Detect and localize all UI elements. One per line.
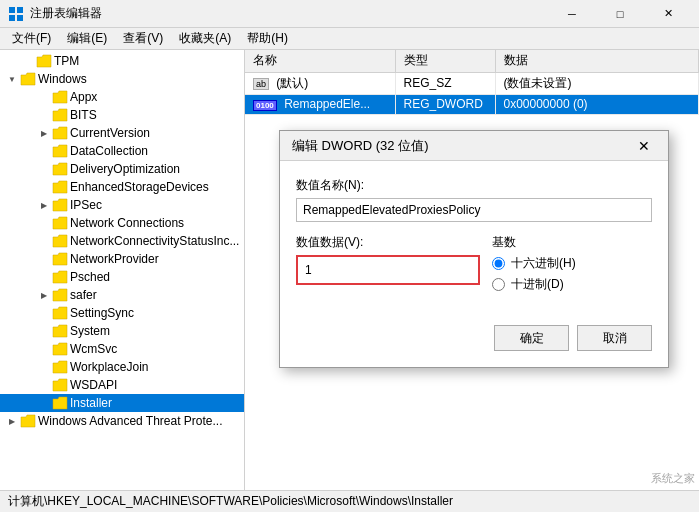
registry-cell-name-default: ab (默认)	[245, 72, 395, 94]
radio-dec[interactable]: 十进制(D)	[492, 276, 652, 293]
tree-toggle-installer	[36, 395, 52, 411]
tree-item-currentversion[interactable]: ▶ CurrentVersion	[0, 124, 244, 142]
folder-icon-ipsec	[52, 198, 68, 212]
tree-item-system[interactable]: System	[0, 322, 244, 340]
dialog-value-section: 数值数据(V):	[296, 234, 480, 285]
tree-item-bits[interactable]: BITS	[0, 106, 244, 124]
radio-dec-label: 十进制(D)	[511, 276, 564, 293]
main-content: TPM ▼ Windows Appx	[0, 50, 699, 490]
value-data-input[interactable]	[299, 258, 477, 282]
tree-item-datacollection[interactable]: DataCollection	[0, 142, 244, 160]
svg-rect-1	[17, 7, 23, 13]
folder-icon-networkconnections	[52, 216, 68, 230]
tree-toggle-enhancedstoragedevices	[36, 179, 52, 195]
tree-item-psched[interactable]: Psched	[0, 268, 244, 286]
tree-item-appx[interactable]: Appx	[0, 88, 244, 106]
tree-item-installer[interactable]: Installer	[0, 394, 244, 412]
tree-item-ipsec[interactable]: ▶ IPSec	[0, 196, 244, 214]
radio-hex-input[interactable]	[492, 257, 505, 270]
tree-item-watp[interactable]: ▶ Windows Advanced Threat Prote...	[0, 412, 244, 430]
maximize-button[interactable]: □	[597, 0, 643, 28]
folder-icon-psched	[52, 270, 68, 284]
tree-item-safer[interactable]: ▶ safer	[0, 286, 244, 304]
registry-cell-data-remapped: 0x00000000 (0)	[495, 94, 699, 114]
menu-help[interactable]: 帮助(H)	[239, 28, 296, 50]
registry-cell-name-remapped: 0100 RemappedEle...	[245, 94, 395, 114]
tree-label-tpm: TPM	[54, 54, 79, 68]
folder-icon-system	[52, 324, 68, 338]
radio-group-base: 十六进制(H) 十进制(D)	[492, 255, 652, 293]
tree-label-datacollection: DataCollection	[70, 144, 148, 158]
tree-item-deliveryoptimization[interactable]: DeliveryOptimization	[0, 160, 244, 178]
tree-label-settingsync: SettingSync	[70, 306, 134, 320]
menu-file[interactable]: 文件(F)	[4, 28, 59, 50]
radio-hex[interactable]: 十六进制(H)	[492, 255, 652, 272]
svg-rect-0	[9, 7, 15, 13]
tree-item-networkconnections[interactable]: Network Connections	[0, 214, 244, 232]
folder-icon-networkconnectivitystatusinc	[52, 234, 68, 248]
tree-item-workplacejoin[interactable]: WorkplaceJoin	[0, 358, 244, 376]
tree-item-wcmsvc[interactable]: WcmSvc	[0, 340, 244, 358]
folder-icon-deliveryoptimization	[52, 162, 68, 176]
tree-panel: TPM ▼ Windows Appx	[0, 50, 245, 490]
tree-item-settingsync[interactable]: SettingSync	[0, 304, 244, 322]
tree-label-wcmsvc: WcmSvc	[70, 342, 117, 356]
dialog-close-button[interactable]: ✕	[632, 134, 656, 158]
registry-cell-type-remapped: REG_DWORD	[395, 94, 495, 114]
registry-row-default[interactable]: ab (默认) REG_SZ (数值未设置)	[245, 72, 699, 94]
dialog-body: 数值名称(N): 数值数据(V): 基数	[280, 161, 668, 325]
confirm-button[interactable]: 确定	[494, 325, 569, 351]
svg-rect-3	[17, 15, 23, 21]
tree-toggle-psched	[36, 269, 52, 285]
cancel-button[interactable]: 取消	[577, 325, 652, 351]
registry-row-remapped[interactable]: 0100 RemappedEle... REG_DWORD 0x00000000…	[245, 94, 699, 114]
menu-view[interactable]: 查看(V)	[115, 28, 171, 50]
tree-item-wsdapi[interactable]: WSDAPI	[0, 376, 244, 394]
dialog-title-text: 编辑 DWORD (32 位值)	[292, 137, 429, 155]
menu-bar: 文件(F) 编辑(E) 查看(V) 收藏夹(A) 帮助(H)	[0, 28, 699, 50]
minimize-button[interactable]: ─	[549, 0, 595, 28]
tree-toggle-datacollection	[36, 143, 52, 159]
registry-cell-type-default: REG_SZ	[395, 72, 495, 94]
value-name-label: 数值名称(N):	[296, 177, 652, 194]
col-header-type: 类型	[395, 50, 495, 72]
folder-icon-workplacejoin	[52, 360, 68, 374]
value-name-input[interactable]	[296, 198, 652, 222]
tree-label-currentversion: CurrentVersion	[70, 126, 150, 140]
status-text: 计算机\HKEY_LOCAL_MACHINE\SOFTWARE\Policies…	[8, 493, 453, 510]
tree-label-deliveryoptimization: DeliveryOptimization	[70, 162, 180, 176]
menu-edit[interactable]: 编辑(E)	[59, 28, 115, 50]
tree-panel-inner[interactable]: TPM ▼ Windows Appx	[0, 50, 244, 490]
dialog-data-row: 数值数据(V): 基数 十六进制(H)	[296, 234, 652, 293]
folder-icon-windows	[20, 72, 36, 86]
close-button[interactable]: ✕	[645, 0, 691, 28]
tree-toggle-tpm	[20, 53, 36, 69]
tree-item-networkconnectivitystatusinc[interactable]: NetworkConnectivityStatusInc...	[0, 232, 244, 250]
tree-toggle-workplacejoin	[36, 359, 52, 375]
folder-icon-watp	[20, 414, 36, 428]
tree-toggle-bits	[36, 107, 52, 123]
tree-item-tpm[interactable]: TPM	[0, 52, 244, 70]
folder-icon-safer	[52, 288, 68, 302]
tree-label-networkconnections: Network Connections	[70, 216, 184, 230]
folder-icon-installer	[52, 396, 68, 410]
tree-label-safer: safer	[70, 288, 97, 302]
folder-icon-datacollection	[52, 144, 68, 158]
tree-label-ipsec: IPSec	[70, 198, 102, 212]
tree-toggle-currentversion: ▶	[36, 125, 52, 141]
col-header-data: 数据	[495, 50, 699, 72]
tree-toggle-watp: ▶	[4, 413, 20, 429]
tree-item-networkprovider[interactable]: NetworkProvider	[0, 250, 244, 268]
tree-label-networkconnectivitystatusinc: NetworkConnectivityStatusInc...	[70, 234, 239, 248]
tree-label-wsdapi: WSDAPI	[70, 378, 117, 392]
folder-icon-appx	[52, 90, 68, 104]
tree-label-watp: Windows Advanced Threat Prote...	[38, 414, 223, 428]
tree-toggle-safer: ▶	[36, 287, 52, 303]
tree-label-enhancedstoragedevices: EnhancedStorageDevices	[70, 180, 209, 194]
tree-item-windows[interactable]: ▼ Windows	[0, 70, 244, 88]
tree-item-enhancedstoragedevices[interactable]: EnhancedStorageDevices	[0, 178, 244, 196]
dialog-buttons: 确定 取消	[280, 325, 668, 367]
radio-dec-input[interactable]	[492, 278, 505, 291]
menu-favorites[interactable]: 收藏夹(A)	[171, 28, 239, 50]
tree-label-workplacejoin: WorkplaceJoin	[70, 360, 148, 374]
